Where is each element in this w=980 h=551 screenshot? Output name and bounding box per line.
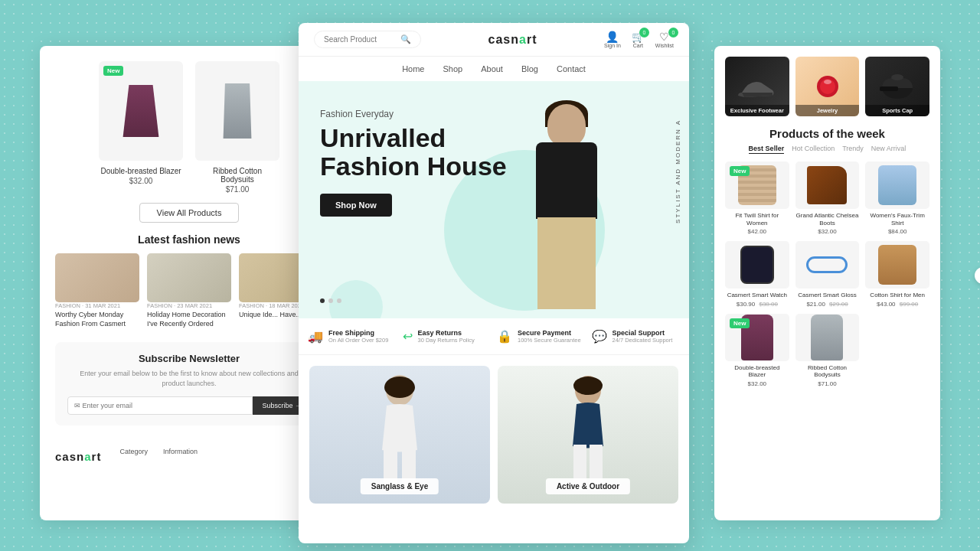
right-product-1: Grand Atlantic Chelsea Boots $32.00 [795,161,860,235]
nav-blog[interactable]: Blog [521,64,538,73]
cat-jewelry[interactable]: Jewelry [795,57,860,116]
hero-text: Fashion Everyday Unrivalled Fashion Hous… [320,109,507,217]
view-all-button[interactable]: View All Products [139,203,240,223]
products-week-tabs: Best Seller Hot Collection Trendy New Ar… [725,145,929,154]
sign-in-icon-item[interactable]: 👤 Sign In [604,31,621,48]
shoe-svg [738,71,776,102]
hero-subtitle: Fashion Everyday [320,109,507,119]
product-new-badge-6: New [730,318,750,328]
right-product-img-6[interactable]: New [725,314,789,361]
feature-returns: ↩ Easy Returns 30 Day Returns Policy [403,329,492,344]
glasses-shape [806,256,848,273]
right-product-3: Casmert Smart Watch $30.90 $38.00 [725,241,789,308]
feature-support-desc: 24/7 Dedicated Support [612,337,673,344]
right-product-img-2[interactable] [865,161,929,209]
right-product-name-4: Casmert Smart Gloss [795,292,860,299]
cap-svg [878,71,916,102]
tab-trendy[interactable]: Trendy [842,145,864,154]
right-product-price-5: $43.00 $99.00 [865,301,929,308]
shirt-blue-shape [878,165,916,205]
left-product-robe: Ribbed Cotton Bodysuits $71.00 [195,61,279,194]
nav-shop[interactable]: Shop [443,64,462,73]
cat-jewelry-label: Jewelry [795,105,860,116]
right-product-img-3[interactable] [725,241,789,289]
right-product-name-7: Ribbed Cotton Bodysuits [795,364,860,379]
hero-dot-2[interactable] [328,298,333,303]
svg-point-3 [384,377,415,398]
right-product-img-5[interactable] [865,241,929,289]
news-headline-1: Worthy Cyber Monday Fashion From Casmert [55,311,139,328]
banner-active[interactable]: Active & Outdoor [498,366,678,504]
banners-section: Sanglass & Eye Active & Outdoor [299,355,689,514]
shipping-icon: 🚚 [308,329,323,344]
boot-shape [807,166,847,204]
left-robe-price: $71.00 [195,185,279,194]
hero-dot-1[interactable] [320,298,325,303]
tab-hot-collection[interactable]: Hot Collection [792,145,835,154]
search-area[interactable]: 🔍 [314,31,421,48]
left-product-blazer: New Double-breasted Blazer $32.00 [99,61,183,194]
nav-contact[interactable]: Contact [557,64,586,73]
news-headline-2: Holiday Home Decoration I've Recently Or… [147,311,231,328]
right-product-2: Women's Faux-Trim Shirt $84.00 [865,161,929,235]
cat-footwear[interactable]: Exclusive Footwear [725,57,789,116]
news-img-1 [55,253,139,302]
shop-now-button[interactable]: Shop Now [320,194,392,217]
svg-rect-12 [880,86,898,91]
right-product-7: Ribbed Cotton Bodysuits $71.00 [795,314,860,387]
right-product-img-1[interactable] [795,161,860,209]
right-product-4: Casmert Smart Gloss $21.00 $29.00 [795,241,860,308]
cart-icon-item[interactable]: 🛒 0 Cart [632,31,645,48]
header-icons: 👤 Sign In 🛒 0 Cart ♡ 0 Wishlist [604,31,674,48]
svg-point-10 [824,80,831,84]
search-icon: 🔍 [400,34,411,44]
products-week-title: Products of the week [725,127,929,140]
features-bar: 🚚 Free Shipping On All Order Over $209 ↩… [299,318,689,355]
robe-shape [220,83,255,139]
footer-logo: casnart [55,450,101,463]
nav-home[interactable]: Home [402,64,424,73]
news-meta-2: FASHION · 23 MAR 2021 [147,302,231,309]
person-pants [537,217,596,309]
woman-svg [554,373,622,496]
arrow-right-icon[interactable]: › [975,267,980,284]
hero-badge-text: STYLIST AND MODERN A [675,119,681,223]
hero-dot-3[interactable] [337,298,341,303]
feature-support: 💬 Special Support 24/7 Dedicated Support [592,329,681,344]
left-blazer-name: Double-breasted Blazer [99,167,183,175]
feature-payment-title: Secure Payment [518,329,581,337]
left-products-row: New Double-breasted Blazer $32.00 Ribbed… [55,61,323,194]
right-product-price-4: $21.00 $29.00 [795,301,860,308]
tab-best-seller[interactable]: Best Seller [749,145,785,154]
right-product-img-4[interactable] [795,241,860,289]
tab-new-arrival[interactable]: New Arrival [871,145,906,154]
feature-payment-desc: 100% Secure Guarantee [518,337,581,344]
svg-point-7 [573,377,603,395]
news-meta-1: FASHION · 31 MAR 2021 [55,302,139,309]
search-input[interactable] [324,35,396,44]
cat-sports-cap[interactable]: Sports Cap [865,57,929,116]
wishlist-badge: 0 [668,28,678,37]
shirt-tan-shape [878,245,916,285]
footer-links: Category Information [119,448,198,455]
left-blazer-image: New [99,61,183,161]
center-header: 🔍 casnart 👤 Sign In 🛒 0 Cart ♡ 0 Wishlis… [299,23,689,57]
subscribe-email-input[interactable] [67,396,253,415]
right-product-price-0: $42.00 [725,228,789,235]
right-product-name-5: Cotton Shirt for Men [865,292,929,299]
person-head [547,104,586,146]
nav-about[interactable]: About [481,64,503,73]
banner-sunglasses[interactable]: Sanglass & Eye [309,366,490,504]
header-logo: casnart [488,33,537,47]
hero-dots [320,298,341,303]
right-product-name-1: Grand Atlantic Chelsea Boots [795,212,860,227]
svg-point-13 [891,74,903,80]
wishlist-icon-item[interactable]: ♡ 0 Wishlist [655,31,674,48]
support-icon: 💬 [592,329,607,344]
right-product-img-0[interactable]: New [725,161,789,209]
cart-badge: 0 [639,28,649,37]
feature-payment: 🔒 Secure Payment 100% Secure Guarantee [497,329,586,344]
right-product-img-7[interactable] [795,314,860,361]
right-product-price-7: $71.00 [795,380,860,387]
watch-shape [740,246,774,284]
